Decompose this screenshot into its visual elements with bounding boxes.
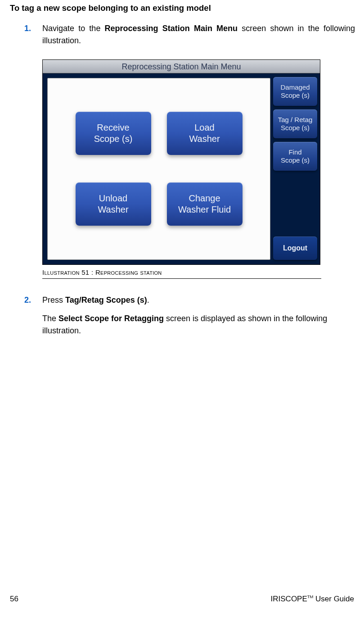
window-title-bar: Reprocessing Station Main Menu: [43, 60, 320, 73]
step-2: 2. Press Tag/Retag Scopes (s).: [24, 294, 355, 306]
step-body: Navigate to the Reprocessing Station Mai…: [42, 23, 355, 47]
text: .: [147, 295, 149, 304]
page-footer: 56 IRISCOPETM User Guide: [10, 593, 354, 605]
section-heading: To tag a new scope belonging to an exist…: [10, 2, 355, 14]
step-1: 1. Navigate to the Reprocessing Station …: [24, 23, 355, 47]
load-washer-button[interactable]: LoadWasher: [167, 112, 243, 155]
tag-retag-scope-button[interactable]: Tag / RetagScope (s): [273, 109, 317, 138]
trademark-symbol: TM: [307, 595, 314, 599]
step-body: Press Tag/Retag Scopes (s).: [42, 294, 355, 306]
bold-text: Select Scope for Retagging: [58, 314, 164, 323]
figure: Reprocessing Station Main Menu ReceiveSc…: [42, 59, 321, 279]
change-washer-fluid-button[interactable]: ChangeWasher Fluid: [167, 182, 243, 226]
main-panel: ReceiveScope (s) LoadWasher UnloadWasher…: [47, 78, 270, 260]
text: Navigate to the: [42, 24, 105, 33]
bold-text: Tag/Retag Scopes (s): [65, 295, 147, 304]
unload-washer-button[interactable]: UnloadWasher: [76, 182, 151, 226]
receive-scope-button[interactable]: ReceiveScope (s): [76, 112, 151, 155]
text: IRISCOPE: [271, 595, 307, 603]
side-panel: DamagedScope (s) Tag / RetagScope (s) Fi…: [270, 73, 320, 264]
page-number: 56: [10, 593, 18, 605]
figure-caption: Illustration 51 : Reprocessing station: [42, 266, 321, 279]
find-scope-button[interactable]: FindScope (s): [273, 142, 317, 171]
doc-title: IRISCOPETM User Guide: [271, 593, 354, 605]
logout-button[interactable]: Logout: [273, 236, 317, 260]
bold-text: Reprocessing Station Main Menu: [105, 24, 238, 33]
step-number: 1.: [24, 23, 42, 47]
text: The: [42, 314, 58, 323]
text: User Guide: [313, 595, 354, 603]
step-2-follow-text: The Select Scope for Retagging screen is…: [42, 313, 355, 337]
damaged-scope-button[interactable]: DamagedScope (s): [273, 77, 317, 106]
step-number: 2.: [24, 294, 42, 306]
screenshot-reprocessing-main-menu: Reprocessing Station Main Menu ReceiveSc…: [42, 59, 320, 265]
spacer: [273, 174, 317, 233]
window-body: ReceiveScope (s) LoadWasher UnloadWasher…: [43, 73, 320, 264]
text: Press: [42, 295, 65, 304]
